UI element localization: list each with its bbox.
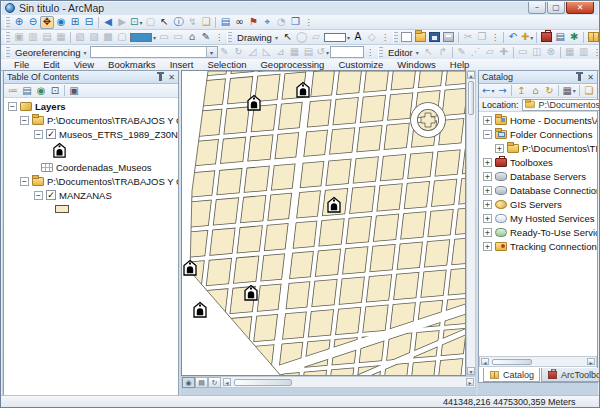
georef-rotation-icon[interactable]: ↺▾ [316, 46, 330, 59]
location-combo[interactable]: P:\Documentos\TRABAJOS ▾ [522, 99, 600, 111]
edit-tool-icon[interactable]: ↖ [422, 46, 436, 59]
layer-visibility-checkbox[interactable]: ✓ [46, 129, 56, 139]
menu-item-bookmarks[interactable]: Bookmarks [101, 59, 163, 70]
scroll-left-icon[interactable]: ◂ [481, 358, 489, 365]
tab-arctoolbox[interactable]: ArcToolbox [541, 368, 600, 382]
zoom-to-layer-icon[interactable]: ⌂ [185, 31, 199, 44]
trace-tool-icon[interactable]: ↱ [436, 46, 450, 59]
go-to-xy-icon[interactable]: ⌖ [260, 16, 274, 29]
catalog-window-icon[interactable] [586, 31, 599, 44]
expand-icon[interactable]: + [483, 172, 492, 181]
catalog-node-database-servers[interactable]: +Database Servers [479, 169, 597, 183]
topology-tool-8-icon[interactable]: ▢ [115, 31, 129, 44]
split-tool-icon[interactable]: ✚ [497, 46, 511, 59]
copy-icon[interactable]: ❐ [475, 31, 489, 44]
collapse-icon[interactable]: − [20, 116, 29, 125]
topology-tool-1-icon[interactable]: ▣ [12, 31, 26, 44]
font-tool-icon[interactable]: ◇ [365, 31, 379, 44]
collapse-icon[interactable]: − [34, 130, 43, 139]
catalog-node-my-hosted-services[interactable]: +My Hosted Services [479, 211, 597, 225]
new-document-icon[interactable] [400, 31, 414, 44]
toc-options-icon[interactable]: ▣ [67, 84, 81, 97]
launch-window-icon[interactable]: ❏ [582, 84, 596, 97]
select-features-icon[interactable]: ⊡▾ [129, 16, 143, 29]
merge-tool-icon[interactable]: ⊗ [544, 46, 558, 59]
close-button[interactable]: ✕ [566, 2, 594, 14]
topology-tool-7-icon[interactable]: ▩ [101, 31, 115, 44]
hyperlink-icon[interactable]: ↯ [185, 16, 199, 29]
menu-item-insert[interactable]: Insert [163, 59, 201, 70]
save-document-icon[interactable] [428, 31, 442, 44]
zoom-in-icon[interactable]: ⊕ [12, 16, 26, 29]
topology-tool-6-icon[interactable]: ▨ [87, 31, 101, 44]
scroll-right-icon[interactable]: ▸ [466, 378, 474, 386]
up-one-level-icon[interactable]: ↥ [514, 84, 528, 97]
collapse-icon[interactable]: − [34, 191, 43, 200]
measure-icon[interactable]: ▤ [218, 16, 232, 29]
georef-edit-icon[interactable]: ✎ [218, 46, 232, 59]
georef-skew-icon[interactable]: ⊿ [274, 46, 288, 59]
open-document-icon[interactable] [414, 31, 428, 44]
georef-angle-input[interactable] [330, 46, 364, 58]
catalog-back-icon[interactable]: ←▾ [481, 84, 495, 97]
toc-node-museos-layer[interactable]: − ✓ Museos_ETRS_1989_Z30N [4, 127, 178, 141]
map-canvas[interactable] [182, 71, 465, 376]
cut-icon[interactable]: ✂ [461, 31, 475, 44]
vscroll-thumb[interactable] [468, 81, 474, 115]
menu-item-selection[interactable]: Selection [200, 59, 253, 70]
expand-icon[interactable]: + [495, 144, 504, 153]
layout-view-button[interactable]: ▤ [195, 377, 208, 388]
catalog-node-folder-connections[interactable]: −Folder Connections [479, 127, 597, 141]
drawing-select-elements-icon[interactable]: ↖ [281, 31, 295, 44]
go-forward-extent-icon[interactable]: ▶ [115, 16, 129, 29]
create-features-icon[interactable]: ▭ [516, 46, 530, 59]
view-link-table-icon[interactable]: ▦ [288, 46, 302, 59]
identify-icon[interactable]: ⓘ [171, 16, 185, 29]
html-popup-icon[interactable]: ❑ [199, 16, 213, 29]
hscroll-thumb[interactable] [492, 359, 532, 365]
midpoint-tool-icon[interactable]: ⋰ [469, 46, 483, 59]
expand-icon[interactable]: + [483, 186, 492, 195]
minimize-button[interactable]: – [528, 2, 546, 14]
title-bar[interactable]: Sin titulo - ArcMap – ▢ ✕ [1, 1, 599, 15]
catalog-node-p-documentos-trabajos-y-c[interactable]: +P:\Documentos\TRABAJOS Y C [479, 141, 597, 155]
find-icon[interactable]: ∞ [232, 16, 246, 29]
georeferencing-layer-combo[interactable]: ▾ [90, 46, 218, 58]
toc-node-group2[interactable]: − P:\Documentos\TRABAJOS Y CLASES GIS\FO… [4, 174, 178, 188]
clear-selection-icon[interactable]: ▢ [143, 16, 157, 29]
catalog-node-ready-to-use-services[interactable]: +Ready-To-Use Services [479, 225, 597, 239]
undo-icon[interactable]: ↶ [506, 31, 520, 44]
time-slider-icon[interactable]: ◔ [274, 16, 288, 29]
list-by-selection-icon[interactable]: ⊡ [48, 84, 62, 97]
pin-icon[interactable] [578, 74, 581, 81]
georef-rotate-icon[interactable]: ↻ [232, 46, 246, 59]
georeferencing-menu[interactable]: Georeferencing▾ [12, 47, 90, 58]
label-tool-icon[interactable]: ✎ [199, 31, 213, 44]
arctoolbox-icon[interactable] [539, 31, 553, 44]
map-horizontal-scrollbar[interactable]: ◉ ▤ ↻ ◂ ▸ [181, 376, 476, 388]
toc-node-coordenadas-table[interactable]: Coordenadas_Museos [4, 160, 178, 174]
find-route-icon[interactable]: ⚑ [246, 16, 260, 29]
snapping-icon[interactable]: ▦ [563, 46, 577, 59]
menu-item-view[interactable]: View [67, 59, 101, 70]
expand-icon[interactable]: + [483, 158, 492, 167]
menu-item-file[interactable]: File [7, 59, 36, 70]
go-back-extent-icon[interactable]: ◀ [101, 16, 115, 29]
list-by-source-icon[interactable]: ▤ [20, 84, 34, 97]
catalog-node-toolboxes[interactable]: +Toolboxes [479, 155, 597, 169]
data-view-button[interactable]: ◉ [182, 377, 195, 388]
topology-tool-5-icon[interactable]: ▧ [73, 31, 87, 44]
topology-tool-2-icon[interactable]: ▥ [26, 31, 40, 44]
catalog-node-tracking-connections[interactable]: +Tracking Connections [479, 239, 597, 253]
scroll-up-icon[interactable]: ▴ [467, 71, 475, 79]
model-builder-icon[interactable]: ✱ [567, 31, 581, 44]
fixed-zoom-out-icon[interactable]: ⊟ [82, 16, 96, 29]
list-by-drawing-order-icon[interactable]: ≔ [6, 84, 20, 97]
sketch-tool-icon[interactable]: ✎ [455, 46, 469, 59]
expand-icon[interactable]: + [483, 200, 492, 209]
menu-item-help[interactable]: Help [443, 59, 477, 70]
refresh-view-button[interactable]: ↻ [208, 377, 221, 388]
symbol-tool-1-icon[interactable]: ▭ [157, 31, 171, 44]
shape-tool-icon[interactable]: ▱ [309, 31, 323, 44]
collapse-icon[interactable]: − [20, 177, 29, 186]
